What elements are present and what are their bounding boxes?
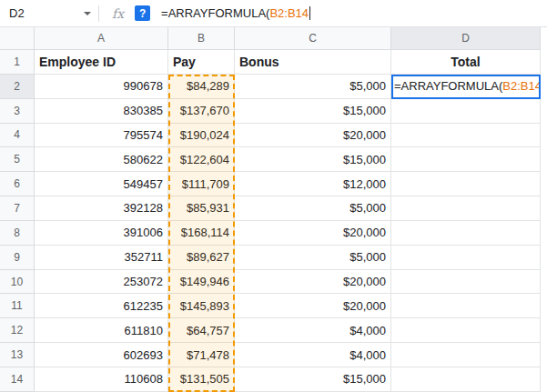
chevron-down-icon[interactable] [84,12,91,15]
cell-A12[interactable]: 611810 [35,318,168,343]
cell-C11[interactable]: $20,000 [235,294,391,318]
cell-C3[interactable]: $15,000 [235,99,391,124]
row-header-14[interactable]: 14 [0,367,35,392]
cell-A6[interactable]: 549457 [35,172,168,196]
select-all-corner[interactable] [0,27,35,50]
cell-A4[interactable]: 795574 [35,124,168,148]
cell-B6[interactable]: $111,709 [168,172,235,196]
cell-A1[interactable]: Employee ID [35,50,168,75]
cell-B8[interactable]: $168,114 [168,221,235,246]
row-header-13[interactable]: 13 [0,343,35,367]
cell-C7[interactable]: $5,000 [235,196,391,221]
sheet-row-12: 12611810$64,757$4,000 [0,318,547,343]
sheet-row-1: 1Employee IDPayBonusTotal [0,50,547,75]
formula-bar-divider [98,5,99,22]
row-header-1[interactable]: 1 [0,50,35,75]
sheet-row-13: 13602693$71,478$4,000 [0,343,547,367]
row-header-4[interactable]: 4 [0,124,35,148]
cell-A3[interactable]: 830385 [35,99,168,124]
cell-D3[interactable] [391,99,541,124]
cell-A11[interactable]: 612235 [35,294,168,318]
row-header-9[interactable]: 9 [0,246,35,270]
cell-D5[interactable] [391,147,541,172]
cell-C2[interactable]: $5,000 [235,75,391,99]
cell-C9[interactable]: $5,000 [235,246,391,270]
row-header-12[interactable]: 12 [0,318,35,343]
cell-A7[interactable]: 392128 [35,196,168,221]
cell-A14[interactable]: 110608 [35,367,168,392]
cell-B1[interactable]: Pay [168,50,235,75]
sheet-row-5: 5580622$122,604$15,000 [0,147,547,172]
cell-C4[interactable]: $20,000 [235,124,391,148]
sheet-row-14: 14110608$131,505$15,000 [0,367,547,392]
row-header-5[interactable]: 5 [0,147,35,172]
cell-A9[interactable]: 352711 [35,246,168,270]
cell-A8[interactable]: 391006 [35,221,168,246]
active-cell-formula-prefix: =ARRAYFORMULA( [394,79,502,93]
row-header-3[interactable]: 3 [0,99,35,124]
cell-A5[interactable]: 580622 [35,147,168,172]
row-header-11[interactable]: 11 [0,294,35,318]
cell-B9[interactable]: $89,627 [168,246,235,270]
cell-B4[interactable]: $190,024 [168,124,235,148]
formula-help-icon[interactable]: ? [135,5,150,21]
cell-B11[interactable]: $145,893 [168,294,235,318]
cell-A2[interactable]: 990678 [35,75,168,99]
spreadsheet-grid: A B C D 1Employee IDPayBonusTotal2990678… [0,27,547,392]
fx-icon: fx [112,6,124,21]
cell-B3[interactable]: $137,670 [168,99,235,124]
cell-B14[interactable]: $131,505 [168,367,235,392]
cell-B2[interactable]: $84,289 [168,75,235,99]
cell-C14[interactable]: $15,000 [235,367,391,392]
column-header-D[interactable]: D [391,27,541,50]
cell-C13[interactable]: $4,000 [235,343,391,367]
cell-D13[interactable] [391,343,541,367]
cell-B12[interactable]: $64,757 [168,318,235,343]
row-header-8[interactable]: 8 [0,221,35,246]
cell-C12[interactable]: $4,000 [235,318,391,343]
column-header-C[interactable]: C [235,27,391,50]
sheet-row-8: 8391006$168,114$20,000 [0,221,547,246]
row-header-6[interactable]: 6 [0,172,35,196]
sheet-rows: 1Employee IDPayBonusTotal2990678$84,289$… [0,50,547,392]
column-header-B[interactable]: B [168,27,235,50]
cell-B5[interactable]: $122,604 [168,147,235,172]
cell-C6[interactable]: $12,000 [235,172,391,196]
name-box[interactable]: D2 [0,0,98,26]
column-header-A[interactable]: A [35,27,168,50]
cell-B13[interactable]: $71,478 [168,343,235,367]
cell-C8[interactable]: $20,000 [235,221,391,246]
cell-C5[interactable]: $15,000 [235,147,391,172]
formula-range-reference: B2:B14 [269,6,309,20]
column-header-row: A B C D [0,27,547,50]
cell-A13[interactable]: 602693 [35,343,168,367]
active-cell-formula-range: B2:B14 [502,79,541,93]
cell-D8[interactable] [391,221,541,246]
cell-A10[interactable]: 253072 [35,270,168,295]
sheet-row-4: 4795574$190,024$20,000 [0,124,547,148]
row-header-2[interactable]: 2 [0,75,35,99]
row-header-7[interactable]: 7 [0,196,35,221]
cell-D6[interactable] [391,172,541,196]
cell-C1[interactable]: Bonus [235,50,391,75]
formula-input[interactable]: =ARRAYFORMULA(B2:B14 [161,6,310,20]
cell-C10[interactable]: $20,000 [235,270,391,295]
text-cursor [309,6,310,20]
sheet-row-7: 7392128$85,931$5,000 [0,196,547,221]
cell-D12[interactable] [391,318,541,343]
cell-D2[interactable]: =ARRAYFORMULA(B2:B14 [391,75,541,99]
cell-B10[interactable]: $149,946 [168,270,235,295]
cell-D9[interactable] [391,246,541,270]
cell-B7[interactable]: $85,931 [168,196,235,221]
sheet-row-3: 3830385$137,670$15,000 [0,99,547,124]
cell-D14[interactable] [391,367,541,392]
cell-D10[interactable] [391,270,541,295]
formula-bar: D2 fx ? =ARRAYFORMULA(B2:B14 [0,0,547,27]
cell-D11[interactable] [391,294,541,318]
cell-D4[interactable] [391,124,541,148]
sheet-row-10: 10253072$149,946$20,000 [0,270,547,295]
sheet-row-9: 9352711$89,627$5,000 [0,246,547,270]
row-header-10[interactable]: 10 [0,270,35,295]
cell-D1[interactable]: Total [391,50,541,75]
cell-D7[interactable] [391,196,541,221]
